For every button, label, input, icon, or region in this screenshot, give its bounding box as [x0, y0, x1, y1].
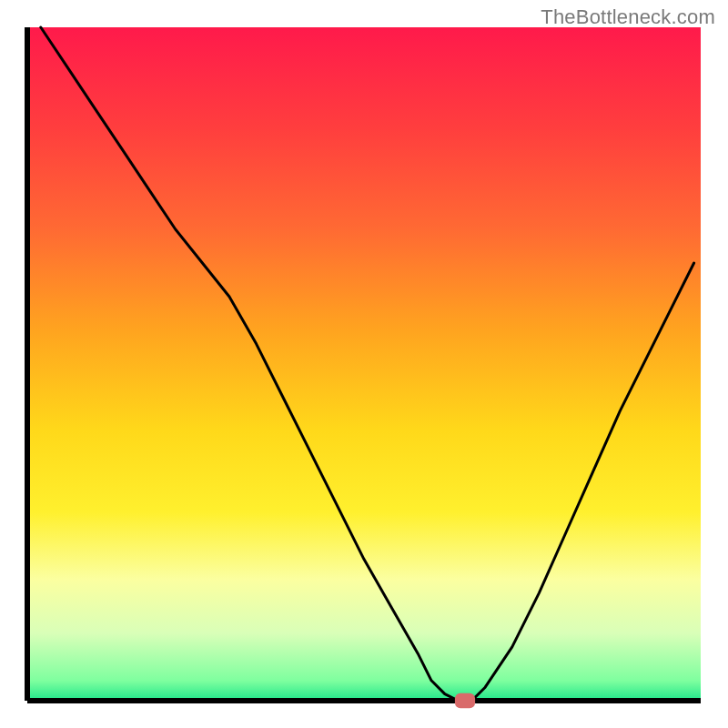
optimal-marker — [455, 693, 475, 708]
chart-container: TheBottleneck.com — [0, 0, 728, 728]
plot-background — [27, 27, 701, 701]
bottleneck-plot — [0, 0, 728, 728]
watermark-text: TheBottleneck.com — [541, 5, 715, 29]
